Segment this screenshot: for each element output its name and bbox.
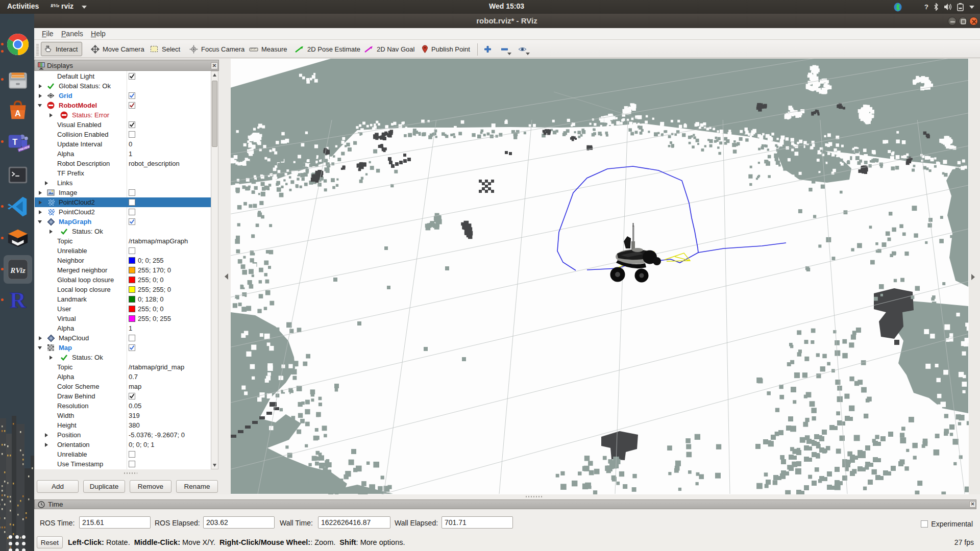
svg-text:RViz: RViz <box>10 266 26 274</box>
svg-text:R: R <box>10 288 27 312</box>
svg-text:T: T <box>12 137 17 146</box>
svg-text:A: A <box>15 109 21 118</box>
